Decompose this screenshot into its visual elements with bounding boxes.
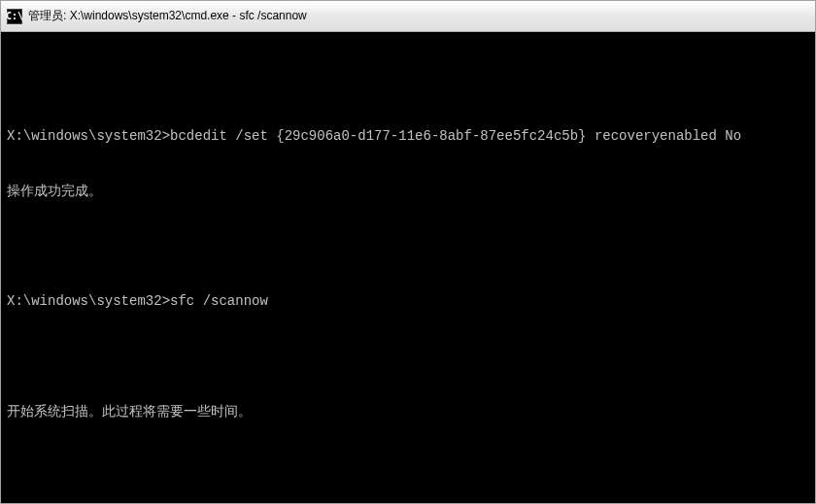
terminal-area[interactable]: X:\windows\system32>bcdedit /set {29c906… bbox=[1, 32, 815, 503]
terminal-blank-line bbox=[7, 348, 809, 366]
window-title: 管理员: X:\windows\system32\cmd.exe - sfc /… bbox=[28, 8, 307, 24]
cmd-icon: C:\ bbox=[7, 9, 22, 24]
titlebar[interactable]: C:\ 管理员: X:\windows\system32\cmd.exe - s… bbox=[1, 1, 815, 32]
terminal-command-line-2: X:\windows\system32>sfc /scannow bbox=[7, 292, 809, 311]
cmd-window: C:\ 管理员: X:\windows\system32\cmd.exe - s… bbox=[0, 0, 816, 504]
terminal-blank-line bbox=[7, 457, 809, 476]
prompt-path: X:\windows\system32> bbox=[7, 293, 170, 309]
terminal-command-line-1: X:\windows\system32>bcdedit /set {29c906… bbox=[7, 127, 809, 146]
terminal-blank-line bbox=[7, 238, 809, 256]
command-text: sfc /scannow bbox=[170, 293, 268, 309]
terminal-output-line: 开始系统扫描。此过程将需要一些时间。 bbox=[7, 403, 809, 421]
prompt-path: X:\windows\system32> bbox=[7, 128, 170, 144]
terminal-blank-line bbox=[7, 73, 809, 91]
command-text: bcdedit /set {29c906a0-d177-11e6-8abf-87… bbox=[170, 128, 741, 144]
terminal-output-line: 操作成功完成。 bbox=[7, 183, 809, 201]
